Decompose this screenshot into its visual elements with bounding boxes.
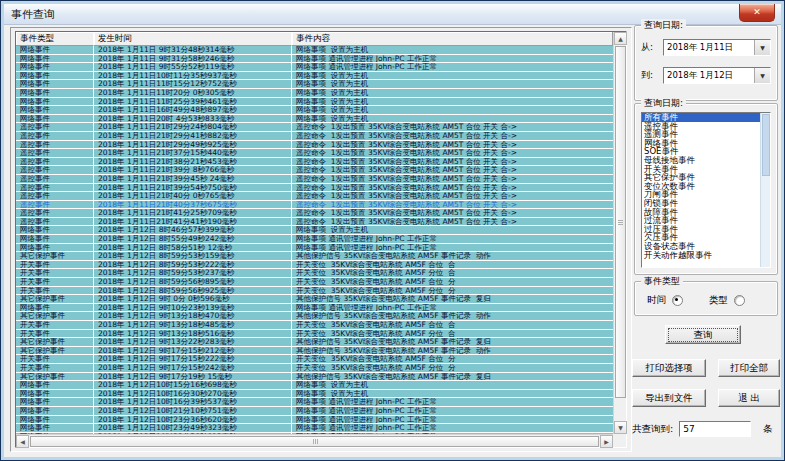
export-to-file-button[interactable]: 导出到文件 — [632, 389, 706, 407]
header-event-content[interactable]: 事件内容 — [292, 32, 613, 46]
table-row[interactable]: 网络事件2018年 1月12日 8时55分49秒242毫秒网络事项 通讯管理进程… — [16, 235, 613, 244]
table-row[interactable]: 开关事件2018年 1月12日 9时17分15秒222毫秒开关变位 35KV综合… — [16, 355, 613, 364]
table-row[interactable]: 遥控事件2018年 1月11日21时37分15秒440毫秒遥控命令 1发出预置 … — [16, 149, 613, 158]
scroll-left-button[interactable]: ◀ — [16, 435, 29, 448]
event-time-cell: 2018年 1月11日21时41分25秒709毫秒 — [94, 209, 292, 217]
print-all-button[interactable]: 打印全部 — [718, 359, 780, 377]
table-row[interactable]: 网络事件2018年 1月12日10时21分10秒751毫秒网络事项 通讯管理进程… — [16, 407, 613, 416]
table-row[interactable]: 网络事件2018年 1月11日 9时31分48秒314毫秒网络事项 设置为主机 — [16, 46, 613, 55]
table-row[interactable]: 开关事件2018年 1月12日 8时59分53秒222毫秒开关变位 35KV综合… — [16, 261, 613, 270]
table-row[interactable]: 遥控事件2018年 1月11日21时39分54秒750毫秒遥控命令 1发出预置 … — [16, 184, 613, 193]
event-type-cell: 网络事件 — [16, 89, 94, 97]
table-row[interactable]: 网络事件2018年 1月11日 9时55分52秒119毫秒网络事项 通讯管理进程… — [16, 63, 613, 72]
event-type-cell: 网络事件 — [16, 390, 94, 398]
event-content-cell: 遥控命令 1发出预置 35KV综合变电站系统 AM5T 合位 开关 合-> — [292, 175, 613, 183]
scroll-down-button[interactable]: ▼ — [614, 421, 627, 434]
table-row[interactable]: 网络事件2018年 1月12日 8时58分51秒 12毫秒网络事项 通讯管理进程… — [16, 244, 613, 253]
table-row[interactable]: 网络事件2018年 1月12日10时23分36秒620毫秒网络事项 通讯管理进程… — [16, 416, 613, 425]
table-row[interactable]: 遥控事件2018年 1月11日21时38分21秒453毫秒遥控命令 1发出预置 … — [16, 158, 613, 167]
table-row[interactable]: 开关事件2018年 1月12日 9时17分15秒242毫秒开关变位 35KV综合… — [16, 364, 613, 373]
table-row[interactable]: 开关事件2018年 1月12日 8时59分56秒895毫秒开关变位 35KV综合… — [16, 278, 613, 287]
print-selected-label: 打印选择项 — [633, 360, 705, 375]
exit-button[interactable]: 退 出 — [718, 389, 780, 407]
exit-label: 退 出 — [719, 390, 779, 405]
horizontal-scrollbar[interactable]: ◀ ▶ — [16, 434, 613, 447]
table-row[interactable]: 其它保护事件2018年 1月12日 8时59分53秒159毫秒其他保护信号 35… — [16, 252, 613, 261]
event-time-cell: 2018年 1月11日21时29分24秒804毫秒 — [94, 123, 292, 131]
table-row[interactable]: 网络事件2018年 1月12日10时16分30秒270毫秒网络事项 设置为主机 — [16, 390, 613, 399]
table-row[interactable]: 开关事件2018年 1月12日 9时13分18秒485毫秒开关变位 35KV综合… — [16, 321, 613, 330]
radio-type[interactable] — [734, 295, 745, 306]
table-row[interactable]: 遥控事件2018年 1月11日21时39分 8秒766毫秒遥控命令 1发出预置 … — [16, 166, 613, 175]
table-row[interactable]: 其它保护事件2018年 1月12日 9时17分15秒212毫秒其他保护信号 35… — [16, 347, 613, 356]
event-time-cell: 2018年 1月11日21时29分41秒882毫秒 — [94, 132, 292, 140]
table-row[interactable]: 其它保护事件2018年 1月12日 9时17分19秒 15毫秒其他保护信号 35… — [16, 373, 613, 382]
date-to-dropdown-button[interactable]: ▼ — [754, 68, 770, 83]
event-time-cell: 2018年 1月12日 9时17分15秒212毫秒 — [94, 347, 292, 355]
table-header: 事件类型 发生时间 事件内容 — [16, 32, 613, 46]
event-type-cell: 其它保护事件 — [16, 295, 94, 303]
close-button[interactable]: ✕ — [739, 4, 775, 22]
table-row[interactable]: 遥控事件2018年 1月11日21时29分49秒925毫秒遥控命令 1发出预置 … — [16, 141, 613, 150]
header-event-time[interactable]: 发生时间 — [94, 32, 292, 46]
table-row[interactable]: 网络事件2018年 1月11日10时11分35秒937毫秒网络事项 设置为主机 — [16, 72, 613, 81]
event-type-cell: 网络事件 — [16, 398, 94, 406]
table-row[interactable]: 遥控事件2018年 1月11日21时41分41秒190毫秒遥控命令 1发出预置 … — [16, 218, 613, 227]
table-row[interactable]: 遥控事件2018年 1月11日21时29分41秒882毫秒遥控命令 1发出预置 … — [16, 132, 613, 141]
date-from-select[interactable]: 2018年 1月11日 ▼ — [663, 39, 771, 56]
table-row[interactable]: 开关事件2018年 1月12日 8时59分56秒925毫秒开关变位 35KV综合… — [16, 287, 613, 296]
date-from-dropdown-button[interactable]: ▼ — [754, 40, 770, 55]
query-button[interactable]: 查询 — [665, 325, 741, 344]
event-time-cell: 2018年 1月11日 9时55分52秒119毫秒 — [94, 63, 292, 71]
event-time-cell: 2018年 1月11日21时38分21秒453毫秒 — [94, 158, 292, 166]
listbox-scrollbar[interactable] — [760, 113, 770, 267]
table-row[interactable]: 遥控事件2018年 1月11日21时40分37秒675毫秒遥控命令 1发出预置 … — [16, 201, 613, 210]
radio-time[interactable] — [672, 295, 683, 306]
table-row[interactable]: 网络事件2018年 1月12日10时16分39秒537毫秒网络事项 通讯管理进程… — [16, 398, 613, 407]
event-type-cell: 网络事件 — [16, 106, 94, 114]
event-type-cell: 开关事件 — [16, 287, 94, 295]
scroll-right-button[interactable]: ▶ — [600, 435, 613, 448]
table-row[interactable]: 开关事件2018年 1月12日 9时13分18秒516毫秒开关变位 35KV综合… — [16, 330, 613, 339]
table-row[interactable]: 其它保护事件2018年 1月12日 9时 0分 0秒596毫秒其他保护信号 35… — [16, 295, 613, 304]
table-row[interactable]: 网络事件2018年 1月11日11时20分 0秒305毫秒网络事项 设置为主机 — [16, 89, 613, 98]
table-row[interactable]: 网络事件2018年 1月11日20时 4分53秒833毫秒网络事项 设置为主机 — [16, 115, 613, 124]
table-row[interactable]: 开关事件2018年 1月12日 8时59分53秒237毫秒开关变位 35KV综合… — [16, 269, 613, 278]
event-content-cell: 开关变位 35KV综合变电站系统 AM5F 分位 合 — [292, 269, 613, 277]
event-table: 事件类型 发生时间 事件内容 网络事件2018年 1月11日 9时31分48秒3… — [15, 31, 627, 448]
event-content-cell: 开关变位 35KV综合变电站系统 AM5F 分位 分 — [292, 364, 613, 372]
listbox-scroll-thumb[interactable] — [762, 114, 770, 176]
date-from-row: 从: 2018年 1月11日 ▼ — [641, 38, 771, 56]
table-row[interactable]: 网络事件2018年 1月12日10时15分16秒698毫秒网络事项 设置为主机 — [16, 381, 613, 390]
header-event-type[interactable]: 事件类型 — [16, 32, 94, 46]
event-type-listbox[interactable]: 所有事件遥控事件遥测事件网络事件SOE事件母线接地事件开关事件其它保护事件变位次… — [641, 112, 771, 268]
table-row[interactable]: 其它保护事件2018年 1月12日 9时13分22秒283毫秒其他保护信号 35… — [16, 338, 613, 347]
table-row[interactable]: 遥控事件2018年 1月11日21时29分24秒804毫秒遥控命令 1发出预置 … — [16, 123, 613, 132]
result-count-field[interactable]: 57 — [679, 421, 751, 437]
scroll-up-button[interactable]: ▲ — [614, 32, 627, 45]
table-row[interactable]: 网络事件2018年 1月11日16时49分48秒897毫秒网络事项 设置为主机 — [16, 106, 613, 115]
event-type-cell: 遥控事件 — [16, 149, 94, 157]
table-row[interactable]: 遥控事件2018年 1月11日21时41分25秒709毫秒遥控命令 1发出预置 … — [16, 209, 613, 218]
result-count-label: 共查询到: — [632, 423, 673, 436]
horizontal-scroll-thumb[interactable] — [30, 436, 599, 447]
event-type-cell: 开关事件 — [16, 321, 94, 329]
date-to-select[interactable]: 2018年 1月12日 ▼ — [663, 67, 771, 84]
event-content-cell: 开关变位 35KV综合变电站系统 AM5F 合位 分 — [292, 278, 613, 286]
event-time-cell: 2018年 1月12日10时23分49秒323毫秒 — [94, 424, 292, 432]
vertical-scroll-thumb[interactable] — [615, 46, 626, 398]
table-row[interactable]: 遥控事件2018年 1月11日21时40分 0秒765毫秒遥控命令 1发出预置 … — [16, 192, 613, 201]
table-row[interactable]: 网络事件2018年 1月11日11时15分12秒752毫秒网络事项 设置为主机 — [16, 80, 613, 89]
table-row[interactable]: 网络事件2018年 1月11日11时25分39秒461毫秒网络事项 设置为主机 — [16, 98, 613, 107]
event-time-cell: 2018年 1月12日 9时13分18秒470毫秒 — [94, 312, 292, 320]
list-item[interactable]: 开关动作越限事件 — [642, 251, 770, 260]
event-time-cell: 2018年 1月11日11时15分12秒752毫秒 — [94, 80, 292, 88]
table-row[interactable]: 网络事件2018年 1月12日10时23分49秒323毫秒网络事项 通讯管理进程… — [16, 424, 613, 433]
table-row[interactable]: 网络事件2018年 1月11日 9时31分58秒246毫秒网络事项 通讯管理进程… — [16, 55, 613, 64]
print-selected-button[interactable]: 打印选择项 — [632, 359, 706, 377]
table-row[interactable]: 网络事件2018年 1月12日 9时10分23秒139毫秒网络事项 通讯管理进程… — [16, 304, 613, 313]
table-row[interactable]: 网络事件2018年 1月12日 8时46分57秒399毫秒网络事项 设置为主机 — [16, 226, 613, 235]
vertical-scrollbar[interactable]: ▲ ▼ — [613, 32, 626, 434]
table-row[interactable]: 其它保护事件2018年 1月12日 9时13分18秒470毫秒其他保护信号 35… — [16, 312, 613, 321]
table-row[interactable]: 遥控事件2018年 1月11日21时39分45秒 24毫秒遥控命令 1发出预置 … — [16, 175, 613, 184]
